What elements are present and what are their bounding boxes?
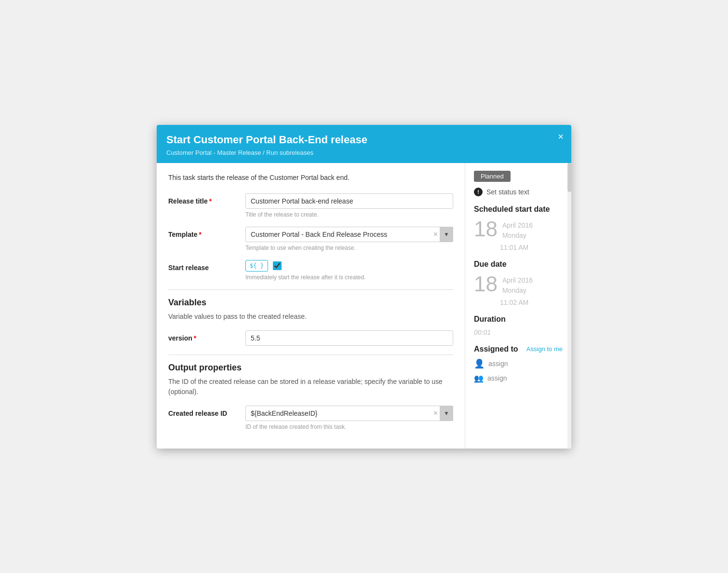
variables-title: Variables — [168, 298, 453, 308]
version-field — [245, 330, 453, 346]
created-release-field: × ▼ ID of the release created from this … — [245, 406, 453, 430]
release-title-row: Release title* Title of the release to c… — [168, 193, 453, 218]
created-release-input[interactable] — [245, 406, 453, 421]
duration-value: 00:01 — [474, 328, 563, 336]
required-star: * — [209, 197, 212, 205]
close-button[interactable]: × — [558, 132, 564, 141]
assign-group-row: 👥 assign — [474, 374, 563, 383]
due-date-title: Due date — [474, 260, 563, 269]
release-title-input[interactable] — [245, 193, 453, 209]
breadcrumb: Customer Portal - Master Release / Run s… — [166, 149, 562, 156]
template-row: Template* × ▼ Template to use when creat… — [168, 227, 453, 251]
start-release-checkbox[interactable] — [273, 261, 282, 270]
template-dropdown-arrow[interactable]: ▼ — [440, 227, 453, 242]
status-text: Set status text — [486, 188, 529, 196]
assigned-to-title: Assigned to — [474, 345, 518, 354]
modal-title: Start Customer Portal Back-End release — [166, 134, 562, 146]
required-star-version: * — [194, 334, 196, 342]
start-release-controls: ${ } — [245, 260, 453, 272]
due-month-weekday: April 2016 Monday — [502, 273, 533, 296]
due-time: 11:02 AM — [474, 299, 563, 306]
scrollbar-thumb[interactable] — [567, 163, 571, 192]
scheduled-start-title: Scheduled start date — [474, 205, 563, 214]
warning-icon: ! — [474, 188, 483, 196]
version-input[interactable] — [245, 330, 453, 346]
release-title-label: Release title* — [168, 193, 245, 205]
modal-body: This task starts the release of the Cust… — [157, 163, 571, 449]
version-row: version* — [168, 330, 453, 346]
section-divider-1 — [168, 289, 453, 290]
start-release-field: ${ } Immediately start the release after… — [245, 260, 453, 281]
script-variable-button[interactable]: ${ } — [245, 260, 268, 272]
template-clear-icon[interactable]: × — [433, 231, 438, 238]
template-hint: Template to use when creating the releas… — [245, 245, 453, 251]
duration-title: Duration — [474, 315, 563, 324]
sidebar: Planned ! Set status text Scheduled star… — [465, 163, 571, 449]
assign-person-row: 👤 assign — [474, 358, 563, 369]
status-text-row: ! Set status text — [474, 188, 563, 196]
section-divider-2 — [168, 355, 453, 355]
assign-group-link[interactable]: assign — [487, 374, 507, 382]
created-release-clear-icon[interactable]: × — [433, 409, 438, 417]
task-description: This task starts the release of the Cust… — [168, 173, 453, 183]
start-day: 18 — [474, 218, 498, 240]
required-star-template: * — [199, 231, 201, 238]
start-release-label: Start release — [168, 260, 245, 272]
release-title-hint: Title of the release to create. — [245, 211, 453, 218]
output-title: Output properties — [168, 363, 453, 373]
immediately-text: Immediately start the release after it i… — [245, 274, 453, 281]
start-month-weekday: April 2016 Monday — [502, 218, 533, 241]
assigned-to-header: Assigned to Assign to me — [474, 345, 563, 354]
created-release-label: Created release ID — [168, 406, 245, 417]
status-badge: Planned — [474, 171, 511, 182]
due-day: 18 — [474, 273, 498, 295]
main-content: This task starts the release of the Cust… — [157, 163, 465, 449]
modal-dialog: Start Customer Portal Back-End release C… — [157, 125, 571, 449]
modal-header: Start Customer Portal Back-End release C… — [157, 125, 571, 163]
assign-person-link[interactable]: assign — [488, 360, 508, 368]
created-release-row: Created release ID × ▼ ID of the release… — [168, 406, 453, 430]
assign-to-me-button[interactable]: Assign to me — [526, 345, 563, 353]
template-field: × ▼ Template to use when creating the re… — [245, 227, 453, 251]
start-date-display: 18 April 2016 Monday — [474, 218, 563, 241]
release-title-field: Title of the release to create. — [245, 193, 453, 218]
start-release-row: Start release ${ } Immediately start the… — [168, 260, 453, 281]
created-release-hint: ID of the release created from this task… — [245, 423, 453, 430]
template-input[interactable] — [245, 227, 453, 242]
start-time: 11:01 AM — [474, 244, 563, 251]
due-date-display: 18 April 2016 Monday — [474, 273, 563, 296]
created-release-select-wrapper: × ▼ — [245, 406, 453, 421]
version-label: version* — [168, 330, 245, 342]
group-icon: 👥 — [474, 374, 484, 383]
created-release-dropdown-arrow[interactable]: ▼ — [440, 406, 453, 421]
person-icon: 👤 — [474, 358, 485, 369]
template-label: Template* — [168, 227, 245, 238]
scrollbar-track — [567, 163, 571, 449]
variables-desc: Variable values to pass to the created r… — [168, 312, 453, 322]
template-select-wrapper: × ▼ — [245, 227, 453, 242]
output-desc: The ID of the created release can be sto… — [168, 377, 453, 397]
